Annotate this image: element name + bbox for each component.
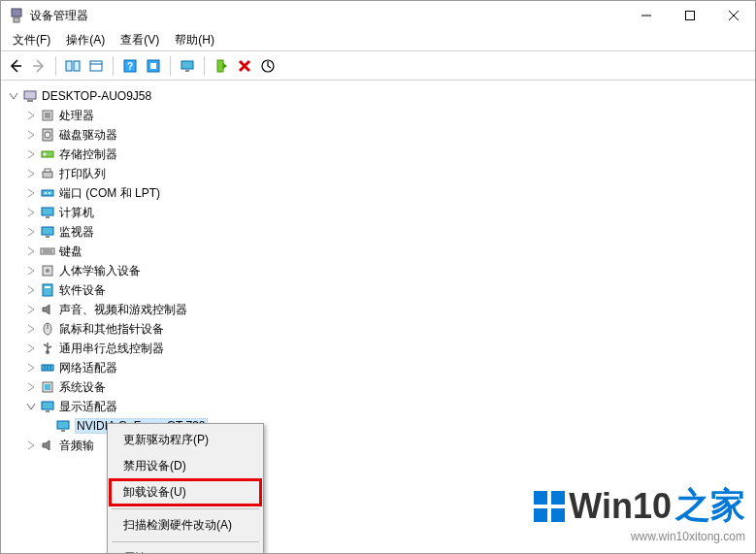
expand-icon[interactable]: [24, 186, 38, 200]
collapse-icon[interactable]: [7, 89, 20, 103]
expand-icon[interactable]: [24, 147, 38, 161]
tree-node[interactable]: 鼠标和其他指针设备: [1, 319, 755, 339]
cm-scan[interactable]: 扫描检测硬件改动(A): [110, 512, 261, 538]
gpu-icon: [55, 418, 71, 434]
svg-rect-10: [90, 61, 102, 71]
tree-node-display-adapters[interactable]: 显示适配器: [1, 397, 755, 416]
brand-suffix: 之家: [675, 482, 745, 530]
forward-button[interactable]: [28, 55, 49, 77]
tb-uninstall[interactable]: [234, 55, 255, 77]
menu-file[interactable]: 文件(F): [5, 30, 58, 50]
svg-rect-60: [57, 421, 69, 429]
display-label: 显示适配器: [59, 399, 117, 415]
svg-rect-38: [46, 236, 49, 238]
app-icon: [9, 8, 24, 23]
expand-icon[interactable]: [24, 264, 38, 277]
tb-sep: [113, 56, 114, 76]
context-menu: 更新驱动程序(P) 禁用设备(D) 卸载设备(U) 扫描检测硬件改动(A) 属性…: [107, 423, 264, 554]
tree-label: 软件设备: [59, 282, 106, 299]
disk-icon: [40, 127, 55, 143]
cm-update-driver[interactable]: 更新驱动程序(P): [110, 427, 261, 453]
tree-node[interactable]: 键盘: [1, 242, 755, 261]
cm-properties[interactable]: 属性(R): [110, 545, 261, 554]
menu-help[interactable]: 帮助(H): [167, 30, 222, 50]
expand-icon[interactable]: [24, 283, 38, 297]
svg-rect-17: [185, 70, 189, 72]
tb-help[interactable]: ?: [119, 55, 141, 77]
cm-sep: [112, 541, 259, 542]
tree-node[interactable]: 监视器: [1, 222, 755, 242]
tree-node[interactable]: 磁盘驱动器: [1, 125, 755, 145]
expand-icon[interactable]: [24, 206, 38, 219]
back-button[interactable]: [5, 55, 26, 77]
svg-rect-44: [43, 284, 52, 296]
cpu-icon: [40, 108, 55, 123]
port-icon: [40, 185, 55, 201]
collapse-icon[interactable]: [24, 400, 38, 413]
tree-node[interactable]: 计算机: [1, 203, 755, 222]
tb-action[interactable]: [143, 55, 164, 77]
tb-scan[interactable]: [257, 55, 279, 77]
svg-rect-15: [150, 63, 156, 69]
svg-rect-57: [45, 384, 50, 390]
tree-node[interactable]: 通用串行总线控制器: [1, 339, 755, 358]
svg-rect-59: [46, 410, 49, 412]
close-button[interactable]: [711, 1, 755, 30]
tb-properties[interactable]: [85, 55, 107, 77]
menu-action[interactable]: 操作(A): [58, 30, 113, 50]
tree-node[interactable]: 系统设备: [1, 377, 755, 397]
window-controls: [624, 1, 755, 30]
svg-rect-37: [42, 227, 53, 235]
svg-rect-32: [42, 190, 53, 196]
cm-disable[interactable]: 禁用设备(D): [110, 453, 261, 479]
brand-url: www.win10xitong.com: [534, 530, 745, 543]
svg-rect-35: [42, 208, 53, 215]
tree-node[interactable]: 存储控制器: [1, 145, 755, 164]
toolbar: ?: [1, 51, 755, 81]
tree-root[interactable]: DESKTOP-AUO9J58: [1, 86, 755, 106]
tree-label: 系统设备: [59, 379, 106, 396]
svg-rect-0: [12, 9, 21, 16]
monitor-icon: [40, 224, 55, 240]
minimize-button[interactable]: [624, 1, 668, 30]
tree-node[interactable]: 处理器: [1, 106, 755, 125]
expand-icon[interactable]: [24, 167, 38, 180]
menu-view[interactable]: 查看(V): [113, 30, 167, 50]
maximize-button[interactable]: [668, 1, 711, 30]
tb-monitor[interactable]: [177, 55, 198, 77]
tree-label: 人体学输入设备: [59, 263, 141, 279]
cm-uninstall[interactable]: 卸载设备(U): [110, 479, 261, 505]
tb-sep: [204, 56, 205, 76]
expand-icon[interactable]: [24, 244, 38, 258]
speaker-icon: [40, 438, 55, 453]
tree-node[interactable]: 声音、视频和游戏控制器: [1, 300, 755, 319]
expand-icon[interactable]: [24, 225, 38, 239]
expand-icon[interactable]: [24, 342, 38, 355]
tree-node[interactable]: 打印队列: [1, 164, 755, 183]
expand-icon[interactable]: [24, 361, 38, 375]
svg-point-34: [49, 192, 50, 194]
svg-rect-22: [24, 91, 36, 99]
tree-node[interactable]: 端口 (COM 和 LPT): [1, 183, 755, 203]
sound-icon: [40, 302, 55, 317]
tree-node[interactable]: 软件设备: [1, 280, 755, 300]
svg-rect-39: [41, 248, 54, 254]
expand-icon[interactable]: [24, 439, 38, 452]
expand-icon[interactable]: [24, 380, 38, 394]
tree-label: 打印队列: [59, 166, 106, 182]
tree-label: 监视器: [59, 224, 94, 241]
svg-point-27: [45, 132, 50, 138]
svg-rect-45: [45, 286, 50, 288]
titlebar: 设备管理器: [1, 1, 755, 30]
tb-show-hide[interactable]: [62, 55, 83, 77]
tree-node[interactable]: 人体学输入设备: [1, 261, 755, 280]
expand-icon[interactable]: [24, 128, 38, 142]
tree-node[interactable]: 网络适配器: [1, 358, 755, 377]
tree-label: 存储控制器: [59, 147, 117, 163]
expand-icon[interactable]: [24, 303, 38, 316]
expand-icon[interactable]: [24, 322, 38, 336]
tree-label: 通用串行总线控制器: [59, 341, 164, 357]
expand-icon[interactable]: [24, 109, 38, 122]
tb-enable[interactable]: [211, 55, 232, 77]
hid-icon: [40, 263, 55, 278]
